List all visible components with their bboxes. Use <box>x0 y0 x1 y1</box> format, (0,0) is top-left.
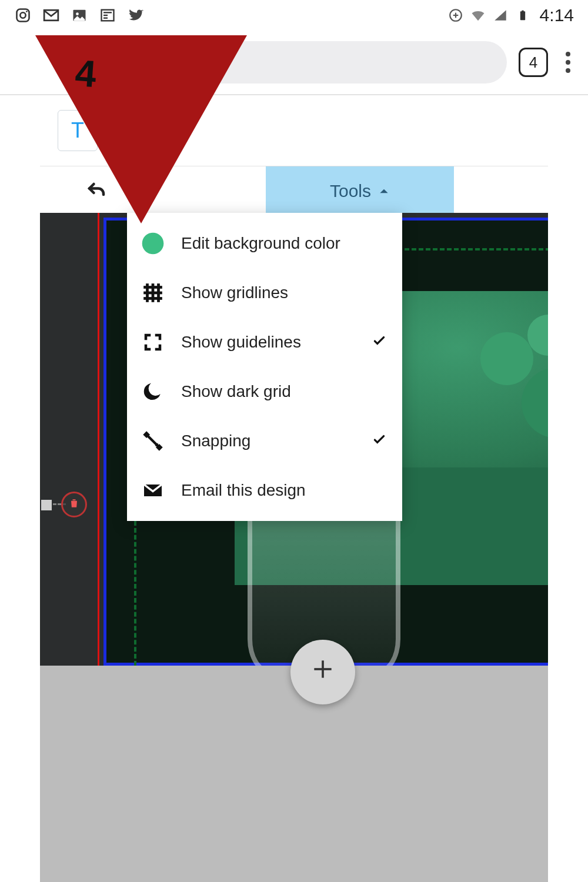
plus-icon <box>310 656 336 689</box>
wifi-icon <box>469 6 487 24</box>
url-text: m/glass_blac <box>76 51 193 74</box>
twitter-icon <box>127 6 145 24</box>
signal-icon <box>492 6 509 24</box>
photos-icon <box>71 6 88 24</box>
green-circle-icon <box>140 230 166 256</box>
battery-icon <box>514 6 532 24</box>
guide-red <box>98 213 99 666</box>
undo-button[interactable] <box>40 166 153 215</box>
status-clock: 4:14 <box>540 5 574 25</box>
add-button[interactable] <box>290 640 355 704</box>
page-area: T Tools <box>40 95 548 882</box>
toolbar-rest <box>454 166 548 215</box>
snap-arrow-icon <box>140 428 166 454</box>
menu-show-gridlines[interactable]: Show gridlines <box>127 268 402 318</box>
instagram-icon <box>14 6 32 24</box>
menu-label: Show gridlines <box>181 283 356 302</box>
menu-label: Show dark grid <box>181 382 356 401</box>
menu-email-design[interactable]: Email this design <box>127 466 402 515</box>
undo-icon <box>86 181 107 202</box>
menu-label: Email this design <box>181 481 356 500</box>
svg-point-2 <box>26 11 28 12</box>
menu-show-guidelines[interactable]: Show guidelines <box>127 318 402 367</box>
check-icon <box>372 432 389 451</box>
menu-label: Snapping <box>181 432 356 450</box>
svg-rect-14 <box>522 11 523 12</box>
browser-bar: m/glass_blac 4 <box>0 31 588 95</box>
grid-icon <box>140 280 166 306</box>
url-bar[interactable]: m/glass_blac <box>59 41 507 83</box>
corners-icon <box>140 329 166 355</box>
download-icon <box>447 6 465 24</box>
tab-count: 4 <box>529 54 537 72</box>
news-icon <box>99 6 116 24</box>
tab-switcher[interactable]: 4 <box>519 48 548 77</box>
check-icon <box>372 333 389 352</box>
gmail-icon <box>42 6 60 24</box>
browser-menu-icon[interactable] <box>560 52 576 73</box>
svg-rect-13 <box>520 11 524 20</box>
tools-tab[interactable]: Tools <box>266 166 454 215</box>
top-row: T <box>40 95 548 166</box>
tools-dropdown: Edit background color Show gridlines Sho… <box>127 213 402 521</box>
delete-button[interactable] <box>61 492 87 517</box>
resize-handle[interactable] <box>41 500 52 510</box>
text-button-label: T <box>71 118 84 143</box>
trash-icon <box>68 497 80 512</box>
chevron-up-icon <box>378 185 390 197</box>
menu-snapping[interactable]: Snapping <box>127 416 402 466</box>
moon-icon <box>140 379 166 405</box>
svg-point-5 <box>76 12 79 15</box>
status-right: 4:14 <box>447 5 574 25</box>
status-bar: 4:14 <box>0 0 588 31</box>
svg-point-1 <box>20 12 25 18</box>
tools-tab-label: Tools <box>330 181 371 201</box>
mail-icon <box>140 477 166 503</box>
status-left <box>14 6 145 24</box>
bottom-panel <box>40 666 548 882</box>
text-button[interactable]: T <box>58 110 98 151</box>
menu-label: Show guidelines <box>181 333 356 352</box>
menu-label: Edit background color <box>181 234 356 253</box>
svg-point-17 <box>142 233 164 255</box>
menu-edit-bg-color[interactable]: Edit background color <box>127 219 402 268</box>
menu-show-dark-grid[interactable]: Show dark grid <box>127 367 402 416</box>
svg-line-26 <box>148 436 158 446</box>
toolbar: Tools <box>40 166 548 215</box>
